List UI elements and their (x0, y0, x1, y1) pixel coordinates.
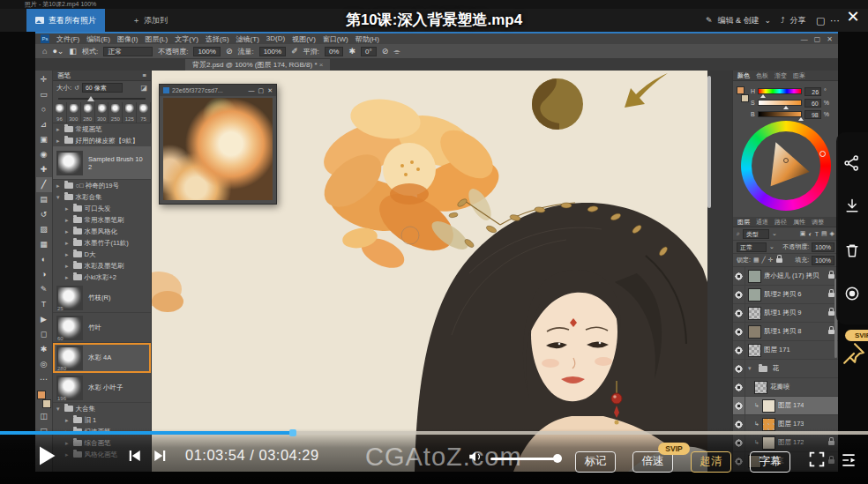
pressure-opacity-icon[interactable]: ⊘ (226, 47, 233, 56)
visibility-eye-icon[interactable] (733, 397, 745, 415)
layer-opacity-value[interactable]: 100% (812, 242, 834, 252)
menu-item[interactable]: 编辑(E) (86, 34, 110, 44)
fullscreen-icon[interactable] (807, 450, 827, 469)
move-tool[interactable]: ✛ (36, 72, 52, 87)
type-tool[interactable]: T (36, 297, 52, 312)
quick-mask-icon[interactable]: ◫ (36, 409, 52, 424)
pressure-size-icon[interactable]: ⊘ (382, 47, 389, 56)
playlist-icon[interactable] (838, 451, 859, 469)
blend-mode-select[interactable]: 正常 (103, 47, 153, 56)
brush-folder[interactable]: ▸水墨风格化 (53, 226, 151, 237)
blur-tool[interactable]: ◐ (36, 252, 52, 267)
layer-thumbnail[interactable] (748, 325, 761, 339)
smoothing-gear-icon[interactable]: ✱ (348, 47, 355, 56)
maximize-icon[interactable]: ▢ (258, 87, 265, 94)
panel-tab[interactable]: 属性 (793, 217, 805, 227)
visibility-eye-icon[interactable] (733, 286, 745, 304)
mark-button[interactable]: 标记 (575, 451, 616, 473)
quick-select-tool[interactable]: ⊿ (36, 117, 52, 132)
layer-name[interactable]: 肌理1 拷贝 8 (764, 327, 802, 336)
brush-size-slider[interactable] (58, 94, 146, 102)
document-tab[interactable]: 背景2.psd @ 100% (图层 174, RGB/8) * × (185, 59, 330, 71)
home-icon[interactable]: ⌂ (42, 47, 47, 56)
layer-name[interactable]: 图层 171 (764, 346, 790, 354)
visibility-eye-icon[interactable] (733, 304, 745, 323)
color-triangle[interactable] (760, 140, 812, 191)
panel-tab[interactable]: 路径 (774, 217, 787, 227)
restore-icon[interactable]: ▢ (814, 35, 821, 43)
canvas-scrollbar[interactable] (707, 76, 711, 208)
volume-knob[interactable] (553, 454, 562, 463)
menu-item[interactable]: 图像(I) (117, 34, 138, 44)
filter-type-icon[interactable]: T (815, 231, 819, 237)
marquee-tool[interactable]: ▭ (36, 87, 52, 102)
panel-tab[interactable]: 色板 (756, 71, 768, 80)
eyedropper-tool[interactable]: ◉ (36, 147, 52, 162)
brightness-value[interactable]: 98 (804, 110, 821, 119)
brush-angle-value[interactable]: 0° (361, 47, 377, 56)
saturation-slider[interactable] (758, 100, 802, 106)
visibility-eye-icon[interactable] (733, 360, 745, 378)
crop-tool[interactable]: ▣ (36, 132, 52, 147)
pen-tool[interactable]: ✎ (36, 282, 52, 297)
delete-icon[interactable] (843, 242, 861, 259)
brush-folder[interactable]: ▸旧 1 (53, 414, 151, 426)
foreground-color-swatch[interactable] (37, 391, 46, 399)
layer-row[interactable]: 图层 171 (733, 341, 838, 360)
layer-thumbnail[interactable] (748, 288, 761, 302)
dodge-tool[interactable]: ◑ (36, 267, 52, 282)
saturation-value[interactable]: 60 (804, 99, 821, 108)
panel-color-swatches[interactable] (736, 86, 750, 103)
hue-value[interactable]: 26 (804, 87, 821, 96)
brush-folder[interactable]: ▸常规画笔 (53, 123, 151, 135)
visibility-eye-icon[interactable] (733, 341, 745, 360)
filter-pixel-icon[interactable]: ▣ (800, 230, 806, 237)
panel-tab[interactable]: 图案 (793, 71, 805, 80)
progress-handle[interactable] (289, 429, 296, 436)
layer-row[interactable]: 花瓣喷 (733, 378, 838, 397)
brush-folder[interactable]: ▸○□ 神奇的19号 (53, 180, 151, 191)
healing-brush-tool[interactable]: ✚ (36, 162, 52, 177)
shape-tool[interactable]: ◻ (36, 327, 52, 342)
layer-row[interactable]: ▾花 (733, 360, 838, 378)
brush-preview[interactable]: 250 (108, 102, 123, 123)
brush-folder[interactable]: ▸水墨竹子(11款) (53, 237, 151, 249)
layer-name[interactable]: 唐小妞儿 (17) 拷贝 (764, 272, 819, 280)
background-color-swatch[interactable] (42, 399, 51, 408)
brush-item[interactable]: 25竹枝(R) (53, 283, 151, 313)
layer-name[interactable]: 肌理2 拷贝 6 (764, 290, 802, 299)
tab-close-icon[interactable]: × (319, 61, 324, 69)
airbrush-icon[interactable]: ✐ (291, 47, 298, 56)
layer-name[interactable]: 图层 174 (778, 401, 804, 410)
lock-transparent-icon[interactable]: ▦ (753, 257, 760, 264)
brush-item[interactable]: 196水彩 小叶子 (53, 373, 151, 403)
layer-name[interactable]: 肌理1 拷贝 9 (764, 309, 802, 317)
layer-blend-mode-select[interactable]: 正常 (737, 242, 767, 252)
lock-all-icon[interactable] (776, 258, 782, 263)
hue-ring-selector[interactable] (819, 151, 826, 157)
brush-tool[interactable]: ╱ (36, 177, 52, 192)
menu-item[interactable]: 3D(D) (266, 34, 285, 44)
panel-tab[interactable]: 渐变 (774, 71, 787, 80)
layer-name[interactable]: 图层 173 (778, 420, 804, 428)
brightness-slider[interactable] (758, 111, 802, 117)
volume-slider[interactable] (490, 458, 559, 460)
lasso-tool[interactable]: ○ (36, 102, 52, 117)
subtitles-button[interactable]: 字幕 (750, 451, 790, 473)
brush-preview[interactable]: 300 (95, 102, 109, 123)
share-icon[interactable] (843, 154, 861, 172)
layer-thumbnail[interactable] (748, 270, 761, 283)
visibility-eye-icon[interactable] (733, 323, 745, 341)
minimize-icon[interactable]: — (801, 35, 808, 43)
pin-icon[interactable] (842, 342, 865, 365)
menu-item[interactable]: 窗口(W) (323, 34, 348, 44)
brush-folder[interactable]: ▾大合集 (53, 403, 151, 414)
brush-panel-toggle-icon[interactable]: ◧ (69, 47, 77, 56)
more-tools[interactable]: ⋯ (36, 372, 52, 387)
close-icon[interactable]: ✕ (827, 35, 833, 43)
download-icon[interactable] (843, 197, 861, 215)
menu-item[interactable]: 选择(S) (206, 34, 229, 44)
clone-stamp-tool[interactable]: ▤ (36, 192, 52, 207)
color-swatches[interactable] (36, 390, 52, 409)
brush-item[interactable]: Sampled Brush 10 2 (53, 146, 151, 180)
